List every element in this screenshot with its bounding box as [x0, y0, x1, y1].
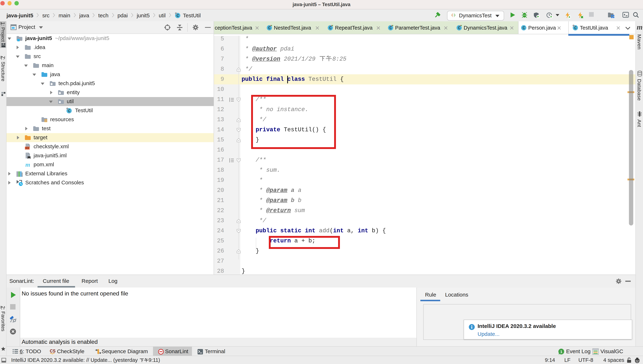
svg-text:C: C — [268, 26, 270, 30]
svg-text:C: C — [389, 26, 392, 30]
svg-text:C: C — [458, 26, 460, 30]
svg-text:<>: <> — [25, 147, 29, 150]
svg-text:m: m — [25, 162, 30, 168]
svg-text:CS: CS — [50, 349, 56, 353]
svg-text:C: C — [329, 26, 332, 30]
svg-text:1: 1 — [560, 350, 562, 354]
svg-text:C: C — [522, 26, 525, 30]
